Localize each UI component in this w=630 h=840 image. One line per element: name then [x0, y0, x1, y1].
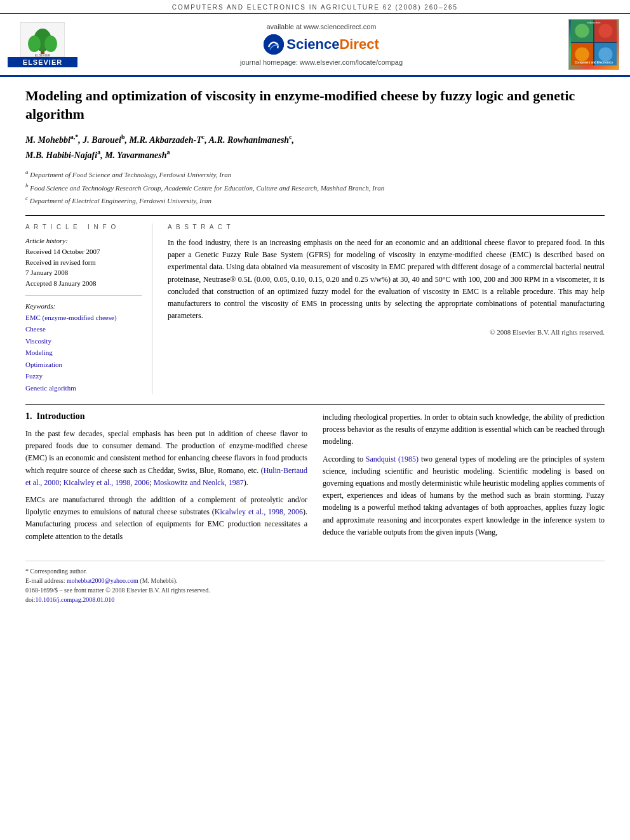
- svg-point-13: [575, 47, 589, 61]
- abstract-copyright: © 2008 Elsevier B.V. All rights reserved…: [168, 328, 605, 336]
- ref-sandquist[interactable]: Sandquist (1985): [366, 455, 419, 463]
- article-history-title: Article history:: [25, 237, 142, 244]
- intro-para-3: including rheological properties. In ord…: [323, 411, 605, 448]
- keyword-emc: EMC (enzyme-modified cheese): [25, 312, 142, 323]
- article-info-abstract-section: A R T I C L E I N F O Article history: R…: [25, 215, 605, 394]
- svg-text:in Agriculture: in Agriculture: [587, 22, 600, 24]
- doi-link[interactable]: 10.1016/j.compag.2008.01.010: [36, 596, 115, 603]
- intro-col-right: including rheological properties. In ord…: [323, 411, 605, 548]
- ref-kicalwley2[interactable]: Kicalwley et al., 1998, 2006: [215, 507, 303, 516]
- corresponding-author-label: * Corresponding author.: [25, 566, 605, 576]
- elsevier-label: ELSEVIER: [8, 57, 77, 67]
- svg-point-11: [598, 23, 612, 37]
- sciencedirect-logo: ScienceDirect: [84, 34, 559, 55]
- journal-name: COMPUTERS AND ELECTRONICS IN AGRICULTURE…: [172, 4, 458, 11]
- main-content: Modeling and optimization of viscosity i…: [0, 77, 630, 617]
- svg-point-3: [28, 36, 41, 52]
- info-divider: [25, 295, 142, 296]
- ref-moskowitz[interactable]: Moskowitz and Neolck, 1987: [154, 478, 244, 487]
- received-date: Received 14 October 2007: [25, 247, 142, 257]
- intro-heading: 1. Introduction: [25, 411, 307, 422]
- section-divider: [25, 404, 605, 405]
- sd-icon: [264, 34, 284, 55]
- journal-topbar: COMPUTERS AND ELECTRONICS IN AGRICULTURE…: [0, 0, 630, 13]
- abstract-column: A B S T R A C T In the food industry, th…: [168, 223, 605, 394]
- intro-title: Introduction: [37, 411, 85, 421]
- abstract-text: In the food industry, there is an increa…: [168, 237, 605, 322]
- elsevier-tree-icon: ELSEVIER: [20, 22, 65, 57]
- sd-swoosh-icon: [264, 34, 284, 55]
- article-title: Modeling and optimization of viscosity i…: [25, 87, 605, 123]
- footer-note: * Corresponding author. E-mail address: …: [25, 561, 605, 604]
- intro-col-left: 1. Introduction In the past few decades,…: [25, 411, 307, 548]
- keywords-title: Keywords:: [25, 302, 142, 310]
- article-info-column: A R T I C L E I N F O Article history: R…: [25, 223, 152, 394]
- journal-homepage: journal homepage: www.elsevier.com/locat…: [84, 58, 559, 66]
- intro-number: 1.: [25, 411, 32, 421]
- keyword-genetic-algorithm: Genetic algorithm: [25, 383, 142, 394]
- intro-para-4: According to Sandquist (1985) two genera…: [323, 453, 605, 538]
- doi-line: doi:10.1016/j.compag.2008.01.010: [25, 595, 605, 604]
- header-center: available at www.sciencedirect.com Scien…: [84, 23, 559, 66]
- accepted-date: Accepted 8 January 2008: [25, 279, 142, 288]
- svg-point-6: [264, 34, 284, 55]
- intro-para-1: In the past few decades, special emphasi…: [25, 428, 307, 489]
- intro-para-2: EMCs are manufactured through the additi…: [25, 494, 307, 543]
- keyword-optimization: Optimization: [25, 359, 142, 370]
- journal-logo-box: Computers and Electronics in Agriculture: [568, 19, 619, 70]
- keyword-viscosity: Viscosity: [25, 336, 142, 347]
- svg-point-15: [598, 47, 612, 61]
- svg-point-9: [575, 23, 589, 37]
- copyright-notice: 0168-1699/$ – see front matter © 2008 El…: [25, 585, 605, 595]
- author-email[interactable]: mohebbat2000@yahoo.com: [67, 577, 138, 584]
- sd-text-label: ScienceDirect: [286, 36, 379, 53]
- elsevier-logo: ELSEVIER ELSEVIER: [8, 22, 77, 67]
- keyword-fuzzy: Fuzzy: [25, 371, 142, 382]
- svg-text:Computers and Electronics: Computers and Electronics: [575, 61, 613, 64]
- authors: M. Mohebbia,*, J. Baroueib, M.R. Akbarza…: [25, 132, 605, 163]
- article-info-label: A R T I C L E I N F O: [25, 223, 142, 230]
- keyword-cheese: Cheese: [25, 324, 142, 335]
- abstract-label: A B S T R A C T: [168, 223, 605, 230]
- available-text: available at www.sciencedirect.com: [84, 23, 559, 30]
- journal-cover-icon: Computers and Electronics in Agriculture: [571, 19, 617, 67]
- journal-logo-right: Computers and Electronics in Agriculture: [565, 19, 622, 70]
- revised-date: Received in revised form7 January 2008: [25, 258, 142, 277]
- intro-section: 1. Introduction In the past few decades,…: [25, 411, 605, 548]
- page: COMPUTERS AND ELECTRONICS IN AGRICULTURE…: [0, 0, 630, 840]
- keyword-modeling: Modeling: [25, 347, 142, 358]
- journal-header: ELSEVIER ELSEVIER available at www.scien…: [0, 13, 630, 77]
- email-line: E-mail address: mohebbat2000@yahoo.com (…: [25, 576, 605, 585]
- affiliations: a Department of Food Science and Technol…: [25, 168, 605, 206]
- ref-kicalwley1[interactable]: Kicalwley et al., 1998, 2006: [64, 478, 150, 487]
- svg-point-4: [44, 36, 57, 52]
